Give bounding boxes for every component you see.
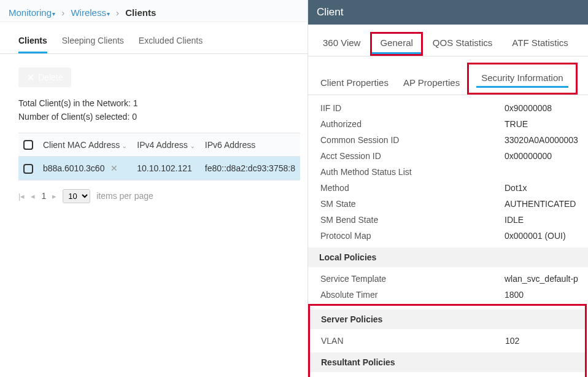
acct-session-label: Acct Session ID	[320, 151, 505, 161]
method-value: Dot1x	[505, 183, 527, 193]
server-policies-header: Server Policies	[310, 309, 585, 329]
highlighted-policies: Server Policies VLAN102 Resultant Polici…	[308, 304, 587, 377]
server-vlan-label: VLAN	[321, 336, 505, 346]
page-size-select[interactable]: 10	[63, 189, 90, 203]
tab-general[interactable]: General	[370, 32, 422, 56]
iif-id-label: IIF ID	[320, 103, 505, 113]
tab-qos-statistics[interactable]: QOS Statistics	[423, 33, 503, 56]
tab-client-properties[interactable]: Client Properties	[313, 72, 396, 95]
table-row[interactable]: b88a.6010.3c60 ✕ 10.10.102.121 fe80::d8a…	[18, 157, 300, 180]
service-template-value: wlan_svc_default-p	[505, 274, 578, 284]
common-session-value: 33020A0A0000003	[505, 135, 578, 145]
breadcrumb-wireless[interactable]: Wireless▾	[71, 7, 110, 18]
tab-360-view[interactable]: 360 View	[313, 33, 370, 56]
tab-sleeping-clients[interactable]: Sleeping Clients	[62, 36, 124, 53]
selected-clients-label: Number of Client(s) selected:	[18, 112, 130, 122]
auth-method-list-label: Auth Method Status List	[320, 167, 505, 177]
pager-prev-icon[interactable]: ◂	[31, 192, 35, 201]
total-clients-label: Total Client(s) in the Network:	[18, 98, 131, 108]
details-panel: IIF ID0x90000008 AuthorizedTRUE Common S…	[308, 95, 588, 377]
protocol-map-label: Protocol Map	[320, 231, 505, 241]
sm-bend-value: IDLE	[505, 215, 524, 225]
tab-security-information[interactable]: Security Information	[467, 63, 577, 95]
pager-page: 1	[41, 191, 46, 201]
absolute-timer-label: Absolute Timer	[320, 290, 505, 300]
protocol-map-value: 0x000001 (OUI)	[505, 231, 566, 241]
method-label: Method	[320, 183, 505, 193]
cell-mac: b88a.6010.3c60	[43, 163, 104, 173]
absolute-timer-value: 1800	[505, 290, 524, 300]
chevron-down-icon: ▾	[107, 10, 110, 17]
iif-id-value: 0x90000008	[505, 103, 552, 113]
col-mac[interactable]: Client MAC Address⌄	[38, 133, 132, 157]
select-all-checkbox[interactable]	[23, 140, 33, 150]
chevron-right-icon: ›	[116, 7, 119, 18]
breadcrumb-monitoring[interactable]: Monitoring▾	[9, 7, 55, 18]
service-template-label: Service Template	[320, 274, 505, 284]
row-checkbox[interactable]	[23, 164, 33, 174]
chevron-down-icon: ⌄	[122, 143, 127, 149]
total-clients-value: 1	[133, 98, 138, 108]
detail-tabs-secondary: Client Properties AP Properties Security…	[308, 56, 588, 95]
pager: |◂ ◂ 1 ▸ 10 items per page	[0, 181, 308, 212]
selected-clients-value: 0	[132, 112, 137, 122]
pager-items-label: items per page	[96, 191, 153, 201]
col-ipv6[interactable]: IPv6 Address	[200, 133, 300, 157]
tab-atf-statistics[interactable]: ATF Statistics	[502, 33, 578, 56]
delete-button-label: Delete	[38, 72, 63, 82]
sm-bend-label: SM Bend State	[320, 215, 505, 225]
breadcrumb: Monitoring▾ › Wireless▾ › Clients	[0, 0, 308, 22]
sm-state-value: AUTHENTICATED	[505, 199, 576, 209]
left-tabs: Clients Sleeping Clients Excluded Client…	[0, 22, 308, 54]
cell-ipv4: 10.10.102.121	[132, 157, 200, 180]
panel-title: Client	[308, 0, 588, 25]
tools-icon[interactable]: ✕	[110, 163, 118, 173]
pager-first-icon[interactable]: |◂	[18, 192, 25, 201]
acct-session-value: 0x00000000	[505, 151, 552, 161]
resultant-policies-header: Resultant Policies	[310, 352, 585, 372]
local-policies-header: Local Policies	[308, 247, 588, 267]
server-vlan-value: 102	[505, 336, 519, 346]
col-ipv4[interactable]: IPv4 Address⌄	[132, 133, 200, 157]
detail-tabs-primary: 360 View General QOS Statistics ATF Stat…	[308, 25, 588, 56]
pager-next-icon[interactable]: ▸	[52, 192, 56, 201]
tab-clients[interactable]: Clients	[18, 36, 47, 53]
clients-table: Client MAC Address⌄ IPv4 Address⌄ IPv6 A…	[18, 133, 300, 181]
common-session-label: Common Session ID	[320, 135, 505, 145]
sm-state-label: SM State	[320, 199, 505, 209]
authorized-value: TRUE	[505, 119, 528, 129]
delete-button[interactable]: ✕ Delete	[18, 68, 71, 87]
authorized-label: Authorized	[320, 119, 505, 129]
cell-ipv6: fe80::d8a2:dc93:3758:8	[200, 157, 300, 180]
tab-excluded-clients[interactable]: Excluded Clients	[139, 36, 203, 53]
chevron-down-icon: ⌄	[190, 143, 195, 149]
chevron-down-icon: ▾	[52, 10, 55, 17]
tab-ap-properties[interactable]: AP Properties	[396, 72, 467, 95]
chevron-right-icon: ›	[61, 7, 64, 18]
breadcrumb-current: Clients	[125, 7, 156, 18]
close-icon: ✕	[27, 72, 34, 82]
